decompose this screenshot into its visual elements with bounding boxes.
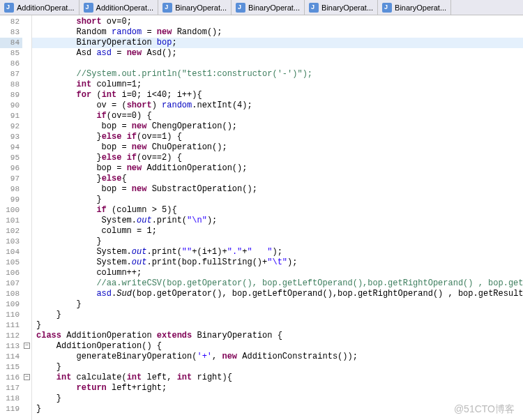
line-number: 104 — [0, 247, 22, 257]
fold-toggle-icon[interactable]: − — [24, 374, 30, 380]
tab-file[interactable]: AdditionOperat... — [0, 0, 79, 15]
line-number: 119 — [0, 404, 22, 414]
code-line[interactable] — [32, 59, 523, 69]
java-file-icon — [4, 3, 14, 13]
line-number: 83 — [0, 27, 22, 38]
code-line[interactable]: Random random = new Random(); — [32, 27, 523, 38]
java-file-icon — [84, 3, 93, 13]
line-number: 88 — [0, 80, 22, 90]
java-file-icon — [236, 3, 245, 13]
code-line[interactable]: //aa.writeCSV(bop.getOperator(), bop.get… — [32, 278, 523, 289]
line-number: 99 — [0, 195, 22, 205]
code-line[interactable]: if (column > 5){ — [32, 205, 523, 216]
line-number: 109 — [0, 299, 22, 310]
line-number: 82 — [0, 17, 22, 27]
tab-file[interactable]: BinaryOperat... — [305, 0, 378, 15]
code-line[interactable]: //System.out.println("test1:constructor(… — [32, 69, 523, 80]
code-line[interactable]: } — [32, 195, 523, 205]
line-number: 92 — [0, 121, 22, 132]
java-file-icon — [309, 3, 319, 13]
code-line[interactable]: bop = new ChuOperation(); — [32, 142, 523, 153]
line-number: 86 — [0, 59, 22, 69]
java-file-icon — [162, 3, 172, 13]
line-number: 93 — [0, 132, 22, 142]
code-line[interactable]: for (int i=0; i<40; i++){ — [32, 90, 523, 100]
code-line[interactable]: BinaryOperation bop; — [32, 38, 523, 48]
code-line[interactable]: int calculate(int left, int right){ — [32, 373, 523, 383]
fold-toggle-icon[interactable]: − — [24, 343, 30, 349]
tab-label: BinaryOperat... — [175, 3, 227, 12]
editor: 8283848586878889909192939495969798991001… — [0, 15, 523, 420]
line-number: 110 — [0, 310, 22, 320]
code-line[interactable]: AdditionOperation() { — [32, 341, 523, 352]
line-number: 107 — [0, 278, 22, 289]
tab-file[interactable]: AdditionOperat... — [79, 0, 159, 15]
code-line[interactable]: } — [32, 310, 523, 320]
line-number: 97 — [0, 174, 22, 184]
tab-label: AdditionOperat... — [17, 3, 75, 12]
code-line[interactable]: Asd asd = new Asd(); — [32, 48, 523, 59]
line-number: 100 — [0, 205, 22, 216]
line-number: 106 — [0, 268, 22, 278]
code-line[interactable]: System.out.print("\n"); — [32, 216, 523, 226]
line-number: 90 — [0, 100, 22, 111]
line-number: 101 — [0, 216, 22, 226]
code-line[interactable]: }else{ — [32, 174, 523, 184]
line-number: 113 — [0, 341, 22, 352]
line-number: 111 — [0, 320, 22, 331]
fold-column: −− — [22, 15, 32, 420]
tab-file[interactable]: BinaryOperat... — [232, 0, 305, 15]
line-number-gutter: 8283848586878889909192939495969798991001… — [0, 15, 22, 420]
code-line[interactable]: System.out.print(bop.fullString()+"\t"); — [32, 257, 523, 268]
line-number: 118 — [0, 393, 22, 404]
code-line[interactable]: } — [32, 320, 523, 331]
line-number: 103 — [0, 237, 22, 247]
line-number: 116 — [0, 373, 22, 383]
line-number: 112 — [0, 331, 22, 341]
line-number: 114 — [0, 352, 22, 362]
code-line[interactable]: if(ov==0) { — [32, 111, 523, 121]
code-line[interactable]: bop = new SubstractOperation(); — [32, 184, 523, 195]
code-line[interactable]: asd.Sud(bop.getOperator(), bop.getLeftOp… — [32, 289, 523, 299]
code-line[interactable]: return left+right; — [32, 383, 523, 393]
code-line[interactable]: column = 1; — [32, 226, 523, 237]
tab-label: BinaryOperat... — [248, 3, 300, 12]
code-line[interactable]: } — [32, 404, 523, 414]
line-number: 85 — [0, 48, 22, 59]
line-number: 98 — [0, 184, 22, 195]
code-line[interactable]: class AdditionOperation extends BinaryOp… — [32, 331, 523, 341]
line-number: 91 — [0, 111, 22, 121]
code-line[interactable]: int column=1; — [32, 80, 523, 90]
tab-label: AdditionOperat... — [96, 3, 154, 12]
line-number: 84 — [0, 38, 22, 48]
line-number: 95 — [0, 153, 22, 163]
java-file-icon — [382, 3, 392, 13]
line-number: 89 — [0, 90, 22, 100]
code-line[interactable]: } — [32, 299, 523, 310]
code-area[interactable]: short ov=0; Random random = new Random()… — [32, 15, 523, 420]
code-line[interactable]: } — [32, 362, 523, 373]
tab-label: BinaryOperat... — [321, 3, 373, 12]
tab-bar: AdditionOperat...AdditionOperat...Binary… — [0, 0, 523, 15]
code-line[interactable]: } — [32, 237, 523, 247]
line-number: 94 — [0, 142, 22, 153]
code-line[interactable]: bop = new AdditionOperation(); — [32, 163, 523, 174]
code-line[interactable]: System.out.print(""+(i+1)+"."+" "); — [32, 247, 523, 257]
line-number: 115 — [0, 362, 22, 373]
code-line[interactable]: } — [32, 393, 523, 404]
code-line[interactable]: short ov=0; — [32, 17, 523, 27]
code-line[interactable]: }else if(ov==2) { — [32, 153, 523, 163]
line-number: 108 — [0, 289, 22, 299]
code-line[interactable]: generateBinaryOperation('+', new Additio… — [32, 352, 523, 362]
code-line[interactable]: column++; — [32, 268, 523, 278]
line-number: 102 — [0, 226, 22, 237]
line-number: 117 — [0, 383, 22, 393]
code-line[interactable]: ov = (short) random.nextInt(4); — [32, 100, 523, 111]
line-number: 105 — [0, 257, 22, 268]
code-line[interactable]: bop = new ChengOperation(); — [32, 121, 523, 132]
code-line[interactable]: }else if(ov==1) { — [32, 132, 523, 142]
line-number: 87 — [0, 69, 22, 80]
line-number: 96 — [0, 163, 22, 174]
tab-file[interactable]: BinaryOperat... — [158, 0, 232, 15]
tab-file[interactable]: BinaryOperat... — [378, 0, 451, 15]
